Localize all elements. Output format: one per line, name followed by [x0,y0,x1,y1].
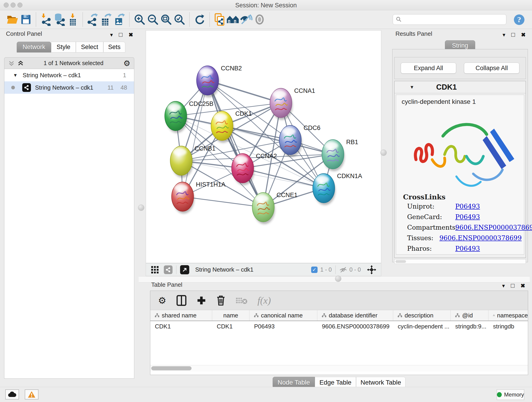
import-network-icon[interactable] [39,13,53,26]
crosslink-tissues[interactable]: 9606.ENSP00000378699 [439,234,522,242]
show-all-icon[interactable] [253,13,266,26]
selected-checkbox-icon[interactable]: ✓ [311,267,317,273]
node-CDKN1A[interactable] [313,173,336,205]
tab-select[interactable]: Select [76,42,103,52]
cell-database-identifier[interactable]: 9606.ENSP00000378699 [317,323,393,330]
delete-column-icon[interactable] [216,295,225,306]
first-neighbors-icon[interactable] [226,13,240,26]
save-session-icon[interactable] [19,13,32,26]
results-scrollbar[interactable] [394,259,526,264]
edge-HIST1H1A-CCNE1[interactable] [183,197,263,207]
undock-panel-icon[interactable]: □ [511,282,515,289]
tab-node-table[interactable]: Node Table [273,377,315,388]
close-panel-icon[interactable]: ✖ [521,32,526,38]
help-icon[interactable]: ? [513,14,525,26]
crosslink-pharos[interactable]: P06493 [455,245,480,252]
search-field[interactable] [393,14,506,25]
node-CCNA2[interactable] [232,153,254,185]
warnings-button[interactable] [25,389,38,400]
column-header[interactable]: name [212,310,249,321]
network-canvas[interactable]: CCNB2CCNA1CDC25BCDK1CDC6RB1CCNB1CCNA2CDK… [146,30,381,263]
edge-CCNB2-CCNE1[interactable] [208,80,263,207]
collapse-all-button[interactable]: Collapse All [464,63,519,74]
edge-CCNB2-HIST1H1A[interactable] [183,80,208,197]
column-header[interactable]: @id [451,310,488,321]
undock-panel-icon[interactable]: □ [119,31,123,38]
cloud-button[interactable] [5,389,19,400]
add-column-icon[interactable] [196,296,206,305]
node-CCNE1[interactable] [252,192,275,224]
network-options-gear-icon[interactable]: ⚙ [123,59,130,68]
delete-table-icon[interactable] [235,296,247,305]
export-table-icon[interactable] [99,13,113,26]
table-row[interactable]: CDK1 CDK1 P06493 9606.ENSP00000378699 cy… [150,321,528,332]
node-CDC6[interactable] [279,125,302,157]
open-session-icon[interactable] [6,13,19,26]
refresh-icon[interactable] [193,13,206,26]
zoom-out-icon[interactable] [146,13,159,26]
node-RB1[interactable] [322,140,345,171]
float-panel-icon[interactable]: ▾ [110,32,113,38]
birdseye-navigator-icon[interactable] [367,265,376,274]
cell-description[interactable]: cyclin-dependent ... [393,323,451,330]
toolbar-separator [82,12,83,27]
collection-expand-icon[interactable]: ▼ [13,73,18,78]
copy-network-icon[interactable] [213,13,226,26]
node-CDC25B[interactable] [165,101,187,133]
left-splitter-handle[interactable] [138,204,144,211]
column-header[interactable]: description [393,310,451,321]
tab-network[interactable]: Network [17,42,51,52]
cell-namespace[interactable]: stringdb [488,323,528,330]
export-image-icon[interactable] [113,13,126,26]
undock-panel-icon[interactable]: □ [511,31,515,38]
crosslink-compartments[interactable]: 9606.ENSP00000378699 [455,224,532,231]
float-panel-icon[interactable]: ▾ [503,32,505,38]
memory-button[interactable]: Memory [497,389,524,400]
search-input[interactable] [402,16,501,23]
tab-network-table[interactable]: Network Table [356,377,405,388]
cell-shared-name[interactable]: CDK1 [150,323,212,330]
node-CDK1[interactable] [211,111,234,143]
show-columns-icon[interactable] [177,295,186,306]
hidden-eye-icon[interactable] [339,267,347,273]
expand-all-networks-icon[interactable] [18,60,24,66]
expand-all-button[interactable]: Expand All [401,63,456,74]
node-HIST1H1A[interactable] [172,182,194,214]
network-collection-row[interactable]: ▼ String Network – cdk1 1 [4,69,134,81]
node-CCNB2[interactable] [196,66,219,97]
column-header[interactable]: shared name [150,310,212,321]
import-network-from-database-icon[interactable] [53,13,66,26]
column-header[interactable]: database identifier [317,310,393,321]
hide-selected-icon[interactable] [240,13,253,26]
gene-collapse-icon[interactable]: ▼ [410,85,414,90]
cell-canonical-name[interactable]: P06493 [249,323,317,330]
float-panel-icon[interactable]: ▾ [502,283,505,289]
column-header[interactable]: canonical name [249,310,317,321]
table-horizontal-scrollbar[interactable] [150,365,528,371]
zoom-fit-icon[interactable] [159,13,173,26]
right-splitter-handle[interactable] [380,149,387,156]
collapse-all-networks-icon[interactable] [8,60,14,66]
zoom-selected-icon[interactable] [173,13,186,26]
crosslink-uniprot[interactable]: P06493 [455,203,480,210]
column-header[interactable]: namespace [488,310,528,321]
network-share-view-icon[interactable] [164,265,172,274]
tab-style[interactable]: Style [51,42,76,52]
node-CCNB1[interactable] [170,146,193,178]
close-panel-icon[interactable]: ✖ [128,32,133,38]
tab-edge-table[interactable]: Edge Table [315,377,356,388]
close-panel-icon[interactable]: ✖ [520,283,525,289]
node-label-CDC25B: CDC25B [189,100,214,107]
network-row[interactable]: String Network – cdk1 11 48 [4,81,134,94]
cell-name[interactable]: CDK1 [212,323,249,330]
export-network-icon[interactable] [86,13,99,26]
crosslink-genecard[interactable]: P06493 [455,213,480,221]
table-options-gear-icon[interactable]: ⚙ [158,295,166,306]
import-table-icon[interactable] [66,13,79,26]
function-builder-icon[interactable]: f(x) [258,295,271,306]
tab-sets[interactable]: Sets [103,42,125,52]
zoom-in-icon[interactable] [133,13,146,26]
grid-view-icon[interactable] [151,266,159,274]
open-in-window-icon[interactable] [180,265,189,274]
cell-id[interactable]: stringdb:9... [451,323,488,330]
